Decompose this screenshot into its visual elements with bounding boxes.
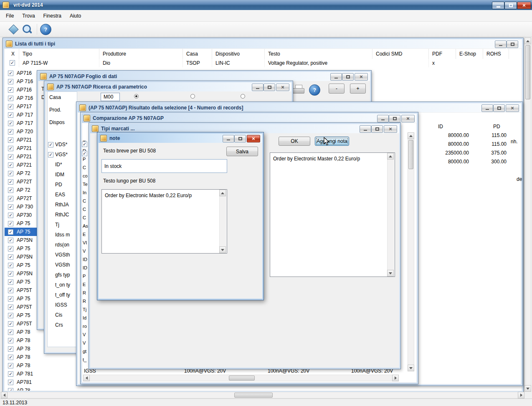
lista-row-ap7115w[interactable]: AP 7115-W Dio TSOP LIN-IC Voltage Regula…: [5, 59, 522, 67]
row-checkbox[interactable]: [8, 363, 13, 368]
table-row[interactable]: 235000.00 375.00: [419, 150, 507, 159]
scroll-up-button[interactable]: [387, 153, 394, 160]
risultato-col-pd[interactable]: PD: [493, 124, 500, 129]
maximize-button[interactable]: [504, 2, 517, 9]
menu-item[interactable]: File: [2, 10, 18, 21]
lista-maximize-button[interactable]: [507, 41, 518, 48]
row-checkbox[interactable]: [8, 137, 13, 143]
scroll-up-button[interactable]: [219, 190, 226, 196]
row-checkbox[interactable]: [8, 371, 13, 377]
row-checkbox[interactable]: [8, 296, 13, 302]
zoom-in-button[interactable]: +: [350, 84, 366, 94]
horizontal-scroll-thumb[interactable]: [234, 393, 273, 398]
minimize-button[interactable]: [492, 2, 504, 9]
comparazione-close-button[interactable]: [401, 115, 415, 122]
comparazione-horizontal-scrollbar[interactable]: [83, 375, 399, 381]
risultato-maximize-button[interactable]: [493, 104, 505, 112]
zoom-out-button[interactable]: -: [329, 84, 345, 94]
col-testo[interactable]: Testo: [264, 49, 372, 59]
mdi-vertical-scrollbar[interactable]: [524, 38, 531, 392]
list-item[interactable]: AP 78: [5, 386, 78, 391]
scroll-right-button[interactable]: [392, 375, 399, 381]
param-label[interactable]: VGSth: [55, 260, 77, 270]
foglio-titlebar[interactable]: AP 75 N07AGP Foglio di dati: [38, 72, 370, 81]
list-item[interactable]: AP781: [5, 378, 78, 386]
col-rohs[interactable]: ROHS: [483, 49, 509, 59]
main-titlebar[interactable]: vrt-dvd 2014: [0, 0, 532, 10]
filter-radio-3[interactable]: [241, 94, 245, 99]
row-checkbox[interactable]: [8, 304, 13, 310]
row-checkbox[interactable]: [8, 380, 13, 385]
row-checkbox[interactable]: [8, 204, 13, 210]
row-checkbox[interactable]: [8, 121, 13, 126]
menu-item[interactable]: Finestra: [39, 10, 66, 21]
stamp-icon[interactable]: [8, 24, 19, 35]
row-checkbox[interactable]: [8, 221, 13, 226]
ricerca-minimize-button[interactable]: [252, 84, 263, 91]
row-checkbox[interactable]: [8, 179, 13, 185]
row-checkbox[interactable]: [8, 263, 13, 268]
scroll-down-button[interactable]: [219, 246, 226, 253]
row-checkbox[interactable]: [8, 229, 13, 235]
row-checkbox[interactable]: [8, 162, 13, 168]
param-label[interactable]: EAS: [55, 190, 77, 200]
row-checkbox[interactable]: [8, 213, 13, 218]
param-label[interactable]: Tj: [55, 220, 77, 230]
vds-checkbox[interactable]: [48, 142, 53, 147]
comparazione-minimize-button[interactable]: [377, 115, 389, 122]
row-checkbox[interactable]: [8, 254, 13, 260]
row-checkbox[interactable]: [8, 288, 13, 293]
salva-button[interactable]: Salva: [226, 147, 258, 156]
param-label[interactable]: t_off ty: [55, 290, 77, 300]
param-label[interactable]: IGSS: [55, 300, 77, 310]
compare-checkbox[interactable]: [82, 142, 87, 147]
comparazione-vertical-scrollbar[interactable]: [408, 132, 414, 371]
note-list-textarea[interactable]: Order by Electronic Master 0,22 Euro/p: [270, 152, 395, 277]
textarea-scrollbar[interactable]: [387, 153, 394, 276]
col-dispositivo[interactable]: Dispositivo: [212, 49, 264, 59]
risultato-col-id[interactable]: ID: [438, 124, 443, 129]
tipi-marcati-maximize-button[interactable]: [371, 125, 383, 133]
col-produttore[interactable]: Produttore: [99, 49, 182, 59]
table-row[interactable]: 80000.00 115.00: [419, 141, 507, 150]
row-checkbox[interactable]: [8, 196, 13, 201]
foglio-close-button[interactable]: [355, 73, 368, 81]
aggiungi-nota-button[interactable]: Aggiungi nota: [315, 137, 349, 146]
foglio-help-icon[interactable]: [309, 84, 320, 96]
param-label[interactable]: ID*: [55, 160, 77, 170]
vertical-scroll-thumb[interactable]: [525, 45, 530, 99]
row-checkbox[interactable]: [8, 346, 13, 352]
risultato-minimize-button[interactable]: [481, 104, 493, 112]
lista-titlebar[interactable]: Lista di tutti i tipi: [4, 39, 522, 48]
row-checkbox[interactable]: [8, 279, 13, 285]
list-item[interactable]: AP 781: [5, 370, 78, 378]
menu-item[interactable]: Aiuto: [66, 10, 85, 21]
row-checkbox[interactable]: [8, 338, 13, 343]
mdi-horizontal-scrollbar[interactable]: [1, 392, 524, 398]
vertical-scroll-thumb[interactable]: [408, 140, 413, 169]
row-checkbox[interactable]: [8, 146, 13, 151]
row-checkbox[interactable]: [8, 271, 13, 277]
ricerca-close-button[interactable]: [276, 84, 289, 91]
row-checkbox[interactable]: [8, 154, 13, 160]
menu-item[interactable]: Trova: [18, 10, 39, 21]
row-checkbox[interactable]: [8, 313, 13, 318]
row-checkbox[interactable]: [8, 171, 13, 176]
row-checkbox[interactable]: [8, 246, 13, 251]
scroll-up-button[interactable]: [408, 132, 414, 139]
compare-checkbox[interactable]: [82, 151, 87, 156]
close-button[interactable]: [517, 2, 531, 9]
row-checkbox[interactable]: [8, 112, 13, 118]
table-row[interactable]: 80000.00 300.00: [419, 159, 507, 167]
horizontal-scroll-thumb[interactable]: [229, 376, 255, 381]
textarea-scrollbar[interactable]: [219, 190, 226, 253]
param-label[interactable]: RthJC: [55, 210, 77, 220]
vgs-checkbox[interactable]: [48, 152, 53, 157]
comparazione-titlebar[interactable]: Comparazione AP 75 N07AGP: [82, 114, 417, 123]
param-label[interactable]: Crs: [55, 320, 77, 330]
search-icon[interactable]: [22, 24, 33, 35]
col-eshop[interactable]: E-Shop: [456, 49, 483, 59]
col-tipo[interactable]: Tipo: [19, 49, 99, 59]
comparazione-maximize-button[interactable]: [389, 115, 400, 122]
ricerca-maximize-button[interactable]: [263, 84, 275, 91]
